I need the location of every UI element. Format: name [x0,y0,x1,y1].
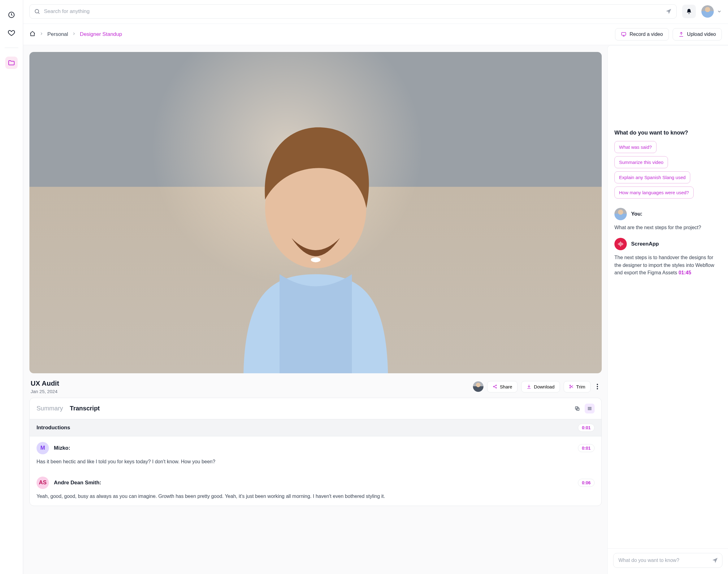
chat-input[interactable] [613,553,722,568]
more-menu[interactable] [594,382,601,391]
speaker-name: Andre Dean Smith: [54,480,101,486]
transcript-line: Has it been hectic and like I told you f… [37,458,595,468]
breadcrumb: Personal Designer Standup [29,31,122,38]
folder-icon[interactable] [5,56,17,69]
chevron-right-icon [39,31,44,37]
chat-message-user: You: What are the next steps for the pro… [614,208,721,232]
section-time[interactable]: 0:01 [578,424,595,432]
transcript-entry: AS Andre Dean Smith: 0:06 Yeah, good, go… [30,471,602,506]
speaker-name: Mizko: [54,445,70,451]
trim-button[interactable]: Trim [564,381,590,393]
chat-sender-label: ScreenApp [631,241,659,247]
transcript-panel: Summary Transcript [29,398,602,506]
suggestion-chip[interactable]: Explain any Spanish Slang used [614,171,690,183]
download-button[interactable]: Download [521,381,560,393]
chat-message-body: The next steps is to handover the design… [614,254,721,277]
tab-transcript[interactable]: Transcript [70,405,100,412]
svg-point-9 [570,387,570,388]
favorites-icon[interactable] [5,27,17,39]
notifications-button[interactable] [682,5,696,18]
transcript-line: Yeah, good, good, busy as always as you … [37,493,595,503]
section-title: Introductions [37,425,70,431]
upload-video-label: Upload video [687,32,716,37]
svg-point-5 [493,386,494,387]
bell-icon [686,8,692,14]
video-frame-illustration [158,94,473,373]
search-input[interactable] [44,8,661,14]
top-bar [23,0,728,24]
search-box[interactable] [29,4,677,18]
speaker-badge: M [37,442,49,454]
scissors-icon [569,384,574,389]
suggestion-chip[interactable]: How many languages were used? [614,187,694,199]
breadcrumb-personal[interactable]: Personal [47,31,68,37]
download-label: Download [534,384,555,390]
chevron-down-icon [717,9,722,14]
video-title: UX Audit [31,379,59,387]
speaker-badge: AS [37,477,49,489]
svg-point-1 [35,9,39,13]
search-send-icon[interactable] [665,8,672,15]
left-rail [0,0,23,574]
breadcrumb-row: Personal Designer Standup Record a video… [23,24,728,45]
entry-time[interactable]: 0:06 [578,479,595,487]
trim-label: Trim [576,384,585,390]
svg-point-6 [496,385,496,386]
history-icon[interactable] [5,9,17,21]
owner-avatar[interactable] [473,381,484,392]
svg-point-4 [311,258,320,262]
video-date: Jan 25, 2024 [31,389,59,394]
account-menu[interactable] [701,5,722,17]
copy-button[interactable] [572,404,582,413]
suggestion-chip[interactable]: What was said? [614,141,656,153]
chat-panel: What do you want to know? What was said?… [607,45,728,574]
share-button[interactable]: Share [487,381,518,393]
svg-rect-2 [621,33,626,35]
chat-prompt-title: What do you want to know? [614,130,721,136]
share-icon [493,384,497,389]
svg-point-8 [570,385,570,386]
record-video-button[interactable]: Record a video [615,28,669,41]
entry-time[interactable]: 0:01 [578,444,595,452]
chevron-right-icon [72,31,76,37]
record-video-label: Record a video [629,32,663,37]
chat-input-field[interactable] [618,558,712,563]
chat-timestamp-link[interactable]: 01:45 [679,270,691,275]
transcript-section-header: Introductions 0:01 [30,419,602,436]
app-avatar [614,238,627,250]
upload-video-button[interactable]: Upload video [673,28,722,41]
copy-icon [574,406,580,411]
svg-point-7 [496,387,496,388]
search-icon [34,8,40,14]
user-avatar [701,5,714,17]
suggestion-chip[interactable]: Summarize this video [614,156,668,168]
breadcrumb-current: Designer Standup [80,31,122,37]
tab-summary[interactable]: Summary [37,405,63,412]
user-avatar [614,208,627,220]
transcript-entry: M Mizko: 0:01 Has it been hectic and lik… [30,436,602,471]
chat-sender-label: You: [631,211,643,217]
monitor-icon [621,32,626,37]
share-label: Share [500,384,512,390]
list-view-button[interactable] [585,404,595,413]
list-icon [587,406,592,411]
home-icon[interactable] [29,31,36,38]
video-preview[interactable] [29,52,602,373]
send-icon[interactable] [712,557,718,564]
waveform-icon [617,240,624,248]
chat-message-body: What are the next steps for the project? [614,224,721,232]
upload-icon [679,32,684,37]
chat-message-assistant: ScreenApp The next steps is to handover … [614,238,721,277]
download-icon [527,384,531,389]
